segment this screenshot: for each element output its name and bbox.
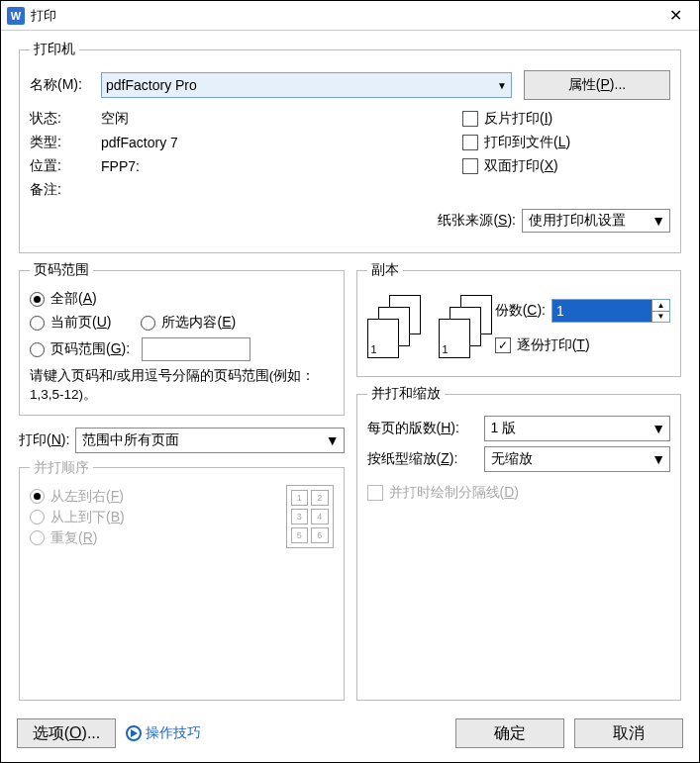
radio-repeat: 重复(R)	[30, 529, 286, 547]
duplex-checkbox[interactable]: 双面打印(X)	[462, 157, 670, 175]
pages-per-combo[interactable]: 1 版 ▼	[484, 416, 671, 441]
checkbox-icon	[462, 158, 478, 174]
copies-legend: 副本	[367, 261, 403, 279]
where-label: 位置:	[30, 157, 101, 175]
scale-label: 按纸型缩放(Z):	[367, 450, 478, 468]
radio-selection[interactable]: 所选内容(E)	[141, 314, 236, 332]
radio-tb: 从上到下(B)	[30, 509, 286, 526]
checkbox-icon: ✓	[495, 337, 511, 353]
nup-order-icon: 123456	[286, 485, 334, 548]
scale-combo[interactable]: 无缩放 ▼	[484, 446, 671, 472]
scale-value: 无缩放	[491, 450, 533, 468]
chevron-down-icon: ▼	[651, 213, 665, 229]
print-what-value: 范围中所有页面	[82, 431, 179, 449]
order-group: 并打顺序 从左到右(F) 从上到下(B)	[19, 459, 345, 701]
window-title: 打印	[31, 7, 653, 25]
copies-value: 1	[552, 300, 651, 322]
print-what-combo[interactable]: 范围中所有页面 ▼	[75, 428, 344, 453]
zoom-group: 并打和缩放 每页的版数(H): 1 版 ▼ 按纸型缩放(Z): 无缩放 ▼	[356, 385, 682, 701]
print-dialog: W 打印 ✕ 打印机 名称(M): pdfFactory Pro ▼ 属性(P)…	[0, 0, 700, 763]
play-icon	[126, 725, 142, 741]
pages-per-label: 每页的版数(H):	[367, 420, 478, 437]
radio-icon	[30, 510, 45, 525]
tips-link[interactable]: 操作技巧	[126, 724, 201, 742]
status-label: 状态:	[30, 110, 101, 128]
radio-all[interactable]: 全部(A)	[30, 290, 334, 308]
spinner-buttons[interactable]: ▲▼	[651, 300, 669, 322]
order-legend: 并打顺序	[30, 459, 93, 477]
status-value: 空闲	[101, 110, 462, 128]
copies-group: 副本 321 321 份数(C):	[356, 261, 682, 377]
name-label: 名称(M):	[30, 76, 101, 94]
properties-button[interactable]: 属性(P)...	[524, 70, 670, 100]
printer-name-combo[interactable]: pdfFactory Pro ▼	[101, 72, 512, 98]
radio-icon	[30, 489, 45, 504]
chevron-down-icon: ▼	[326, 432, 340, 448]
radio-icon	[30, 316, 45, 331]
radio-current[interactable]: 当前页(U)	[30, 314, 111, 332]
options-button[interactable]: 选项(O)...	[17, 718, 116, 748]
tofile-checkbox[interactable]: 打印到文件(L)	[462, 134, 670, 151]
checkbox-icon	[462, 111, 478, 127]
copies-spinner[interactable]: 1 ▲▼	[551, 299, 670, 323]
page-range-hint: 请键入页码和/或用逗号分隔的页码范围(例如：1,3,5-12)。	[30, 367, 334, 405]
page-range-legend: 页码范围	[30, 261, 93, 279]
dialog-footer: 选项(O)... 操作技巧 确定 取消	[1, 709, 699, 762]
ok-button[interactable]: 确定	[455, 718, 564, 748]
separator-checkbox: 并打时绘制分隔线(D)	[367, 484, 671, 502]
chevron-down-icon: ▼	[497, 80, 507, 91]
copies-label: 份数(C):	[495, 302, 546, 320]
chevron-down-icon: ▼	[651, 451, 665, 467]
type-label: 类型:	[30, 134, 101, 151]
page-range-group: 页码范围 全部(A) 当前页(U) 所选内容(E)	[19, 261, 345, 416]
radio-icon	[141, 316, 155, 331]
radio-icon	[30, 342, 45, 357]
printer-legend: 打印机	[30, 41, 79, 58]
page-range-input[interactable]	[142, 337, 250, 361]
collate-checkbox[interactable]: ✓ 逐份打印(T)	[495, 336, 670, 354]
mirror-checkbox[interactable]: 反片打印(I)	[462, 110, 670, 128]
radio-range[interactable]: 页码范围(G):	[30, 337, 334, 361]
printer-group: 打印机 名称(M): pdfFactory Pro ▼ 属性(P)... 状态:…	[19, 41, 681, 253]
checkbox-icon	[367, 485, 383, 501]
tips-label: 操作技巧	[146, 724, 201, 742]
zoom-legend: 并打和缩放	[367, 385, 445, 403]
where-value: FPP7:	[101, 158, 462, 174]
radio-lr: 从左到右(F)	[30, 488, 286, 506]
type-value: pdfFactory 7	[101, 135, 462, 150]
titlebar: W 打印 ✕	[1, 1, 699, 31]
radio-icon	[30, 530, 45, 545]
paper-source-value: 使用打印机设置	[529, 212, 626, 230]
comment-label: 备注:	[30, 181, 101, 199]
collate-illustration: 321 321	[367, 295, 492, 358]
app-icon: W	[7, 7, 25, 25]
checkbox-icon	[462, 135, 478, 150]
print-what-label: 打印(N):	[19, 431, 69, 449]
cancel-button[interactable]: 取消	[574, 718, 683, 748]
radio-icon	[30, 292, 45, 307]
paper-source-label: 纸张来源(S):	[438, 212, 516, 230]
paper-source-combo[interactable]: 使用打印机设置 ▼	[522, 209, 670, 233]
printer-name-value: pdfFactory Pro	[106, 77, 197, 93]
chevron-down-icon: ▼	[651, 421, 665, 436]
close-button[interactable]: ✕	[653, 2, 697, 30]
pages-per-value: 1 版	[491, 420, 517, 437]
